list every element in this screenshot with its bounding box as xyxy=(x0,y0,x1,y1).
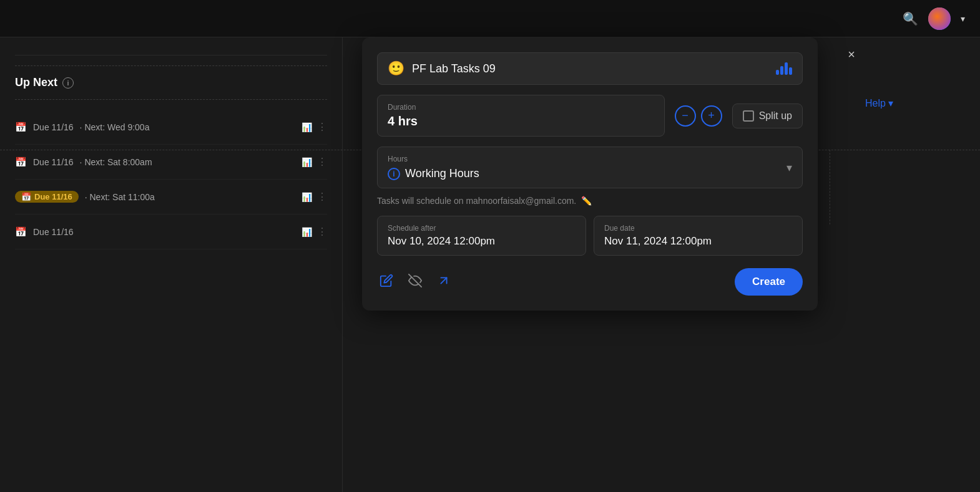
edit-pencil-icon[interactable]: ✏️ xyxy=(581,196,592,206)
split-up-label: Split up xyxy=(759,110,792,122)
up-next-label: Up Next xyxy=(15,76,57,89)
hide-icon-button[interactable] xyxy=(406,271,424,293)
help-chevron-icon: ▾ xyxy=(888,97,893,109)
task-due-2: Due 11/16 xyxy=(33,157,74,167)
help-label-text: Help xyxy=(865,98,886,109)
hours-chevron-icon[interactable]: ▾ xyxy=(786,161,792,175)
bar-chart-icon-4[interactable]: 📊 xyxy=(301,227,312,237)
divider-dashed-1 xyxy=(15,65,327,66)
hours-value: Working Hours xyxy=(405,167,479,180)
hours-box[interactable]: Hours i Working Hours ▾ xyxy=(377,147,803,188)
hours-label: Hours xyxy=(388,155,479,163)
task-left-1: 📅 Due 11/16 · Next: Wed 9:00a xyxy=(15,122,149,133)
bar-chart-icon-3[interactable]: 📊 xyxy=(301,192,312,202)
task-right-3: 📊 ⋮ xyxy=(301,191,327,203)
smiley-icon: 🙂 xyxy=(388,60,404,77)
avatar[interactable] xyxy=(928,7,951,30)
schedule-info: Tasks will schedule on mahnoorfaisalx@gm… xyxy=(377,196,803,206)
task-title-field[interactable]: 🙂 PF Lab Tasks 09 xyxy=(377,52,803,85)
bar-chart-icon-2[interactable]: 📊 xyxy=(301,157,312,167)
title-row: 🙂 PF Lab Tasks 09 xyxy=(377,52,803,85)
duration-controls: − + xyxy=(675,105,722,127)
task-due-1: Due 11/16 xyxy=(33,122,74,132)
due-badge-cal-icon: 📅 xyxy=(21,192,31,201)
close-button[interactable]: × xyxy=(848,47,855,62)
duration-box: Duration 4 hrs xyxy=(377,95,665,137)
bar-4 xyxy=(789,67,792,75)
bar-1 xyxy=(776,70,779,75)
date-row: Schedule after Nov 10, 2024 12:00pm Due … xyxy=(377,216,803,256)
bar-2 xyxy=(780,66,783,75)
schedule-after-value: Nov 10, 2024 12:00pm xyxy=(388,235,576,248)
schedule-after-field[interactable]: Schedule after Nov 10, 2024 12:00pm xyxy=(377,216,586,256)
search-icon[interactable]: 🔍 xyxy=(903,11,918,26)
duration-label: Duration xyxy=(388,103,654,112)
split-checkbox[interactable] xyxy=(743,110,754,122)
task-item-4: 📅 Due 11/16 📊 ⋮ xyxy=(15,215,327,249)
redirect-icon-button[interactable] xyxy=(434,271,453,293)
schedule-text: Tasks will schedule on mahnoorfaisalx@gm… xyxy=(377,196,576,206)
hours-value-row: i Working Hours xyxy=(388,167,479,180)
duration-row: Duration 4 hrs − + Split up xyxy=(377,95,803,137)
bar-chart-icon-1[interactable]: 📊 xyxy=(301,122,312,132)
dashed-border-vertical xyxy=(830,150,830,224)
due-date-field[interactable]: Due date Nov 11, 2024 12:00pm xyxy=(594,216,803,256)
task-due-4: Due 11/16 xyxy=(33,227,74,237)
task-left-2: 📅 Due 11/16 · Next: Sat 8:00am xyxy=(15,157,152,168)
more-options-icon-2[interactable]: ⋮ xyxy=(317,156,327,168)
decrement-button[interactable]: − xyxy=(675,105,696,127)
task-next-2: · Next: Sat 8:00am xyxy=(80,157,152,167)
more-options-icon-4[interactable]: ⋮ xyxy=(317,226,327,238)
split-up-box[interactable]: Split up xyxy=(732,104,803,128)
schedule-after-label: Schedule after xyxy=(388,224,576,233)
due-badge-3: 📅 Due 11/16 xyxy=(15,191,79,203)
task-right-1: 📊 ⋮ xyxy=(301,121,327,133)
task-item-3: 📅 Due 11/16 · Next: Sat 11:00a 📊 ⋮ xyxy=(15,180,327,215)
task-next-1: · Next: Wed 9:00a xyxy=(80,122,150,132)
up-next-info-icon[interactable]: i xyxy=(62,77,74,89)
help-link[interactable]: Help ▾ xyxy=(865,97,970,109)
calendar-icon-1: 📅 xyxy=(15,122,27,133)
modal-panel: × 🙂 PF Lab Tasks 09 Duration 4 hrs − + S… xyxy=(362,37,818,311)
task-right-4: 📊 ⋮ xyxy=(301,226,327,238)
task-left-4: 📅 Due 11/16 xyxy=(15,226,74,238)
bar-3 xyxy=(785,62,788,75)
analytics-icon[interactable] xyxy=(776,62,792,75)
hours-content: Hours i Working Hours xyxy=(388,155,479,180)
due-date-value: Nov 11, 2024 12:00pm xyxy=(604,235,792,248)
edit-icon-button[interactable] xyxy=(377,271,396,293)
left-panel: Up Next i 📅 Due 11/16 · Next: Wed 9:00a … xyxy=(0,37,343,492)
task-item: 📅 Due 11/16 · Next: Wed 9:00a 📊 ⋮ xyxy=(15,110,327,145)
up-next-header: Up Next i xyxy=(15,76,327,89)
task-right-2: 📊 ⋮ xyxy=(301,156,327,168)
task-next-3: · Next: Sat 11:00a xyxy=(85,192,155,202)
top-bar: 🔍 ▾ xyxy=(0,0,980,37)
user-menu-chevron[interactable]: ▾ xyxy=(961,14,965,24)
duration-value: 4 hrs xyxy=(388,114,654,128)
task-title-text: PF Lab Tasks 09 xyxy=(412,62,496,75)
more-options-icon-1[interactable]: ⋮ xyxy=(317,121,327,133)
calendar-icon-2: 📅 xyxy=(15,157,27,168)
calendar-icon-4: 📅 xyxy=(15,226,27,238)
more-options-icon-3[interactable]: ⋮ xyxy=(317,191,327,203)
due-date-label: Due date xyxy=(604,224,792,233)
divider-dashed-2 xyxy=(15,99,327,100)
action-bar: Create xyxy=(377,268,803,296)
divider-top xyxy=(15,55,327,55)
increment-button[interactable]: + xyxy=(701,105,722,127)
task-left-3: 📅 Due 11/16 · Next: Sat 11:00a xyxy=(15,191,155,203)
hours-info-icon: i xyxy=(388,168,400,180)
right-area: Help ▾ xyxy=(855,87,980,119)
create-button[interactable]: Create xyxy=(735,268,803,296)
